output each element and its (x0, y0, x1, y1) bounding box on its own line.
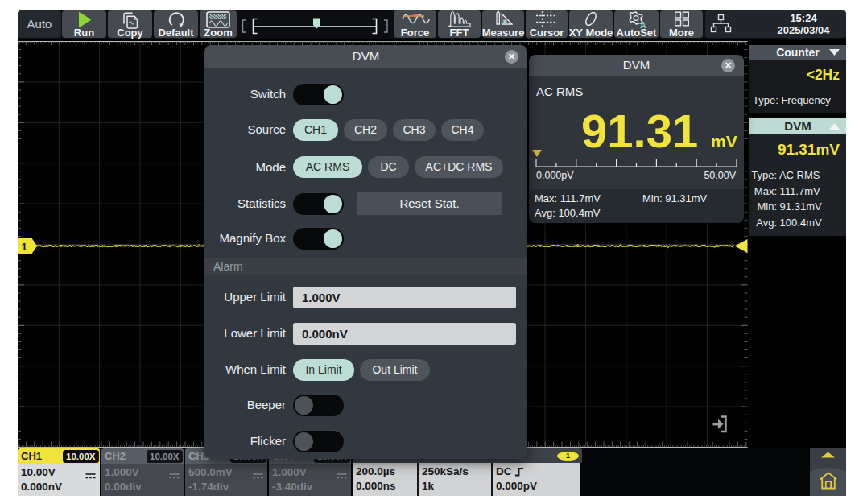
svg-text:1: 1 (21, 240, 27, 252)
